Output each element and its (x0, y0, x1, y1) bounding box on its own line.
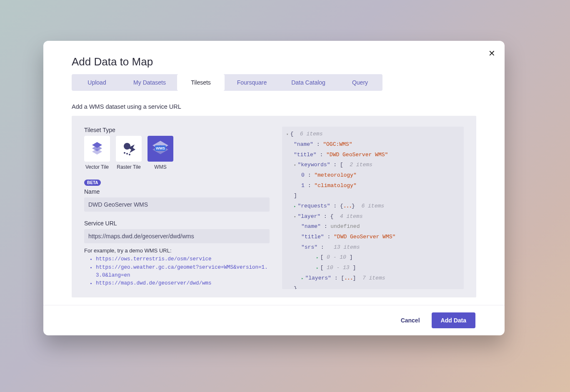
close-icon[interactable]: ✕ (488, 49, 495, 57)
collapse-toggle-icon[interactable] (316, 254, 320, 260)
svg-point-6 (126, 153, 128, 155)
expand-toggle-icon[interactable] (294, 213, 298, 220)
add-data-button[interactable]: Add Data (432, 312, 475, 328)
hint-text: For example, try a demo WMS URL: (84, 247, 270, 254)
add-data-modal: ✕ Add Data to Map Upload My Datasets Til… (43, 41, 505, 335)
tab-bar: Upload My Datasets Tilesets Foursquare D… (72, 74, 382, 91)
svg-text:WMS: WMS (156, 146, 165, 150)
svg-marker-2 (92, 149, 102, 155)
hint-url-2[interactable]: https://geo.weather.gc.ca/geomet?service… (96, 264, 270, 280)
tab-upload[interactable]: Upload (72, 74, 122, 91)
hint-url-3[interactable]: https://maps.dwd.de/geoserver/dwd/wms (96, 280, 270, 287)
left-pane: Tileset Type Vector Tile (84, 127, 270, 289)
tileset-type-label: Tileset Type (84, 127, 270, 133)
tileset-vector-label: Vector Tile (84, 164, 110, 170)
cancel-button[interactable]: Cancel (401, 312, 420, 328)
vector-tile-icon (84, 136, 110, 162)
expand-toggle-icon[interactable] (286, 131, 290, 137)
hint-list: https://ows.terrestris.de/osm/service ht… (84, 255, 270, 288)
tileset-wms-label: WMS (148, 164, 173, 170)
svg-point-5 (124, 152, 125, 154)
footer: Cancel Add Data (43, 305, 505, 335)
hint-url-1[interactable]: https://ows.terrestris.de/osm/service (96, 255, 270, 263)
tileset-vector[interactable]: Vector Tile (84, 136, 110, 170)
tab-data-catalog[interactable]: Data Catalog (279, 74, 338, 91)
tileset-wms[interactable]: WMS WMS (148, 136, 173, 170)
service-url-input[interactable] (84, 229, 270, 243)
name-input[interactable] (84, 197, 270, 212)
tab-foursquare[interactable]: Foursquare (225, 74, 279, 91)
service-url-label: Service URL (84, 220, 270, 227)
svg-point-7 (129, 154, 130, 155)
tab-query[interactable]: Query (338, 74, 382, 91)
tab-tilesets[interactable]: Tilesets (177, 74, 225, 91)
raster-tile-icon (116, 136, 142, 162)
name-label: Name (84, 188, 270, 195)
content-panel: Tileset Type Vector Tile (72, 116, 476, 297)
modal-title: Add Data to Map (43, 41, 505, 74)
expand-toggle-icon[interactable] (294, 162, 298, 168)
wms-icon: WMS (148, 136, 173, 162)
subtitle: Add a WMS dataset using a service URL (43, 91, 505, 116)
tileset-raster[interactable]: Raster Tile (116, 136, 142, 170)
json-preview[interactable]: { 6 items "name" : "OGC:WMS" "title" : "… (282, 127, 464, 289)
collapse-toggle-icon[interactable] (301, 275, 305, 281)
beta-badge: BETA (84, 180, 101, 186)
tab-my-datasets[interactable]: My Datasets (122, 74, 177, 91)
collapse-toggle-icon[interactable] (294, 203, 298, 209)
tileset-raster-label: Raster Tile (116, 164, 142, 170)
collapse-toggle-icon[interactable] (316, 265, 320, 271)
